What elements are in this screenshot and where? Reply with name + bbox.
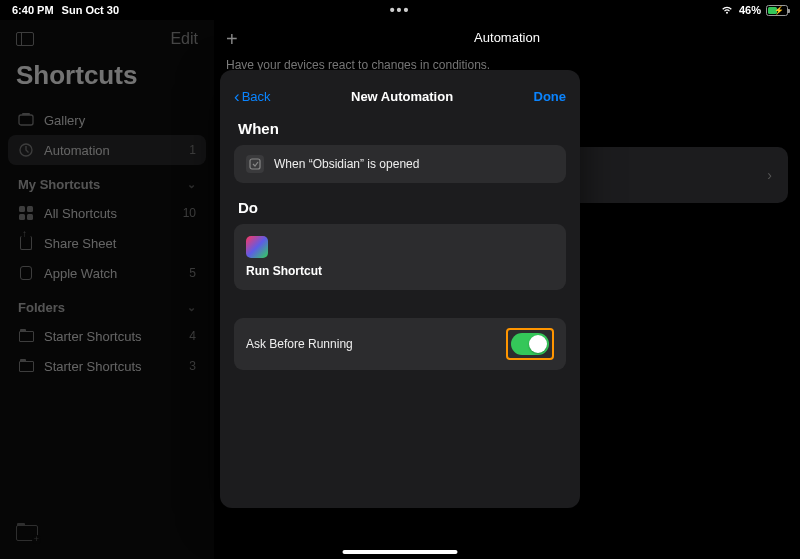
sidebar-item-count: 5 xyxy=(189,266,196,280)
sidebar-toggle-icon[interactable] xyxy=(16,32,34,46)
sidebar-item-count: 3 xyxy=(189,359,196,373)
chevron-left-icon: ‹ xyxy=(234,88,240,105)
sidebar-item-label: Share Sheet xyxy=(44,236,116,251)
battery-percent: 46% xyxy=(739,4,761,16)
sidebar-item-label: Starter Shortcuts xyxy=(44,329,142,344)
page-title: Automation xyxy=(474,30,540,45)
sidebar-item-folder[interactable]: Starter Shortcuts 3 xyxy=(8,351,206,381)
sidebar-item-automation[interactable]: Automation 1 xyxy=(8,135,206,165)
sidebar-item-count: 1 xyxy=(189,143,196,157)
done-button[interactable]: Done xyxy=(534,89,567,104)
edit-button[interactable]: Edit xyxy=(170,30,198,48)
chevron-right-icon: › xyxy=(767,167,772,183)
svg-rect-0 xyxy=(19,115,33,125)
folder-icon xyxy=(18,358,34,374)
do-action-row[interactable]: Run Shortcut xyxy=(234,224,566,290)
sidebar-title: Shortcuts xyxy=(8,56,206,105)
ask-before-running-toggle[interactable] xyxy=(511,333,549,355)
gallery-icon xyxy=(18,112,34,128)
charging-icon: ⚡ xyxy=(774,6,784,15)
multitask-dots[interactable]: ••• xyxy=(390,2,411,18)
battery-icon: ⚡ xyxy=(766,5,788,16)
modal-title: New Automation xyxy=(351,89,453,104)
shortcuts-app-icon xyxy=(246,236,268,258)
folder-icon xyxy=(18,328,34,344)
sidebar-item-label: Gallery xyxy=(44,113,85,128)
app-open-icon xyxy=(246,155,264,173)
sidebar-item-label: All Shortcuts xyxy=(44,206,117,221)
sidebar-item-label: Starter Shortcuts xyxy=(44,359,142,374)
sidebar-item-share-sheet[interactable]: Share Sheet xyxy=(8,228,206,258)
when-condition-text: When “Obsidian” is opened xyxy=(274,157,419,171)
status-time: 6:40 PM xyxy=(12,4,54,16)
sidebar-section-my-shortcuts[interactable]: My Shortcuts ⌄ xyxy=(8,165,206,198)
sidebar: Edit Shortcuts Gallery Automation 1 My S… xyxy=(0,20,214,559)
sidebar-item-label: Apple Watch xyxy=(44,266,117,281)
add-button[interactable]: + xyxy=(226,28,238,51)
section-do-header: Do xyxy=(238,199,566,216)
home-indicator[interactable] xyxy=(343,550,458,554)
svg-rect-1 xyxy=(22,113,30,115)
sidebar-item-label: Automation xyxy=(44,143,110,158)
watch-icon xyxy=(18,265,34,281)
svg-rect-3 xyxy=(250,159,260,169)
sidebar-section-folders[interactable]: Folders ⌄ xyxy=(8,288,206,321)
ask-before-running-label: Ask Before Running xyxy=(246,337,353,351)
do-action-text: Run Shortcut xyxy=(246,264,554,278)
when-condition-row[interactable]: When “Obsidian” is opened xyxy=(234,145,566,183)
wifi-icon xyxy=(720,5,734,15)
chevron-down-icon: ⌄ xyxy=(187,178,196,191)
content-area: + Automation Have your devices react to … xyxy=(214,20,800,559)
back-button[interactable]: ‹ Back xyxy=(234,88,271,105)
grid-icon xyxy=(18,205,34,221)
sidebar-item-all-shortcuts[interactable]: All Shortcuts 10 xyxy=(8,198,206,228)
section-when-header: When xyxy=(238,120,566,137)
chevron-down-icon: ⌄ xyxy=(187,301,196,314)
sidebar-item-count: 10 xyxy=(183,206,196,220)
status-date: Sun Oct 30 xyxy=(62,4,119,16)
new-automation-modal: ‹ Back New Automation Done When When “Ob… xyxy=(220,70,580,508)
sidebar-item-apple-watch[interactable]: Apple Watch 5 xyxy=(8,258,206,288)
sidebar-item-count: 4 xyxy=(189,329,196,343)
sidebar-item-gallery[interactable]: Gallery xyxy=(8,105,206,135)
status-bar: 6:40 PM Sun Oct 30 ••• 46% ⚡ xyxy=(0,0,800,20)
automation-icon xyxy=(18,142,34,158)
share-icon xyxy=(18,235,34,251)
highlight-box xyxy=(506,328,554,360)
new-folder-button[interactable] xyxy=(16,525,38,541)
ask-before-running-row: Ask Before Running xyxy=(234,318,566,370)
sidebar-item-folder[interactable]: Starter Shortcuts 4 xyxy=(8,321,206,351)
